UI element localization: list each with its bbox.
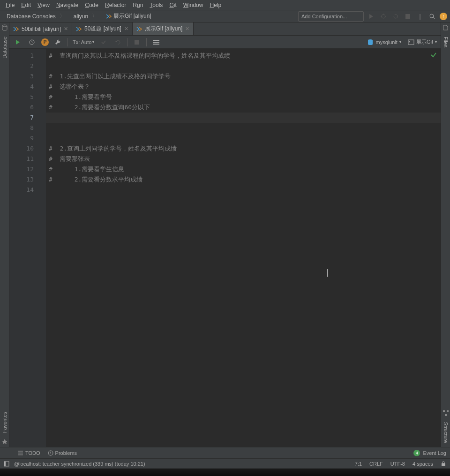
editor-tab[interactable]: 50bilibili [aliyun] ✕ [9, 23, 72, 35]
svg-rect-7 [153, 42, 159, 43]
code-line: # 2.需要看分数求平均成绩 [46, 174, 441, 185]
tab-label: 50道题 [aliyun] [84, 25, 121, 33]
code-line [46, 113, 441, 123]
rollback-icon[interactable] [113, 38, 122, 47]
run-configuration-selector[interactable]: Add Configuration... [298, 11, 364, 22]
code-line [46, 61, 441, 71]
tab-label: 50bilibili [aliyun] [22, 26, 61, 32]
line-separator[interactable]: CRLF [369, 461, 383, 467]
svg-rect-16 [4, 461, 6, 466]
menu-bar: File Edit View Navigate Code Refactor Ru… [0, 0, 450, 10]
cancel-query-icon[interactable] [132, 38, 142, 47]
stop-button[interactable] [403, 12, 412, 21]
wrench-icon[interactable] [53, 38, 63, 47]
code-line: # 2.需要看分数查询60分以下 [46, 102, 441, 113]
code-line [46, 185, 441, 195]
code-line: # 查询两门及其以上不及格课程的同学的学号，姓名及其平均成绩 [46, 51, 441, 61]
files-tool-window-button[interactable]: Files [442, 33, 450, 51]
svg-rect-6 [153, 40, 159, 41]
status-bar: @localhost: teacher synchronized (339 ms… [0, 458, 450, 468]
svg-rect-12 [447, 410, 449, 412]
svg-point-2 [430, 14, 434, 18]
status-message: @localhost: teacher synchronized (339 ms… [14, 461, 145, 467]
svg-rect-13 [445, 414, 447, 416]
breadcrumb-item[interactable]: 展示Gif [aliyun] [102, 11, 155, 21]
commit-icon[interactable] [99, 38, 108, 47]
gutter: 1234567891011121314 [9, 49, 46, 447]
code-line: # 需要那张表 [46, 154, 441, 164]
rerun-icon[interactable] [391, 12, 400, 21]
console-selector[interactable]: 展示Gif ▾ [408, 38, 437, 45]
explain-plan-icon[interactable] [151, 38, 161, 47]
code-line: # 1.需要看学号 [46, 92, 441, 102]
todo-tool-window-button[interactable]: TODO [18, 450, 40, 456]
menu-git[interactable]: Git [166, 1, 179, 9]
inspection-ok-icon[interactable] [430, 52, 437, 58]
tx-mode-selector[interactable]: Tx: Auto ▾ [73, 39, 94, 45]
menu-view[interactable]: View [35, 1, 52, 9]
editor-tab[interactable]: 展示Gif [aliyun] ✕ [133, 23, 194, 35]
code-area[interactable]: # 查询两门及其以上不及格课程的同学的学号，姓名及其平均成绩 # 1.先查出两门… [46, 49, 441, 447]
favorites-tool-window-button[interactable]: Favorites [1, 408, 8, 437]
svg-rect-5 [135, 40, 139, 45]
menu-help[interactable]: Help [207, 1, 224, 9]
svg-point-3 [2, 25, 7, 27]
left-tool-rail: Database Favorites [0, 23, 9, 447]
code-line: # 选哪个表？ [46, 82, 441, 92]
structure-tool-window-button[interactable]: Structure [442, 418, 450, 447]
problems-tool-window-button[interactable]: Problems [48, 450, 77, 456]
lock-icon[interactable] [441, 461, 446, 467]
tab-label: 展示Gif [aliyun] [145, 25, 183, 33]
menu-run[interactable]: Run [130, 1, 146, 9]
breadcrumb: Database Consoles〉 aliyun〉 展示Gif [aliyun… [3, 11, 298, 21]
svg-rect-11 [443, 410, 445, 412]
file-encoding[interactable]: UTF-8 [390, 461, 405, 467]
files-icon [442, 24, 449, 31]
close-icon[interactable]: ✕ [185, 26, 189, 32]
svg-rect-10 [408, 40, 414, 45]
event-log-button[interactable]: Event Log [423, 450, 446, 456]
os-taskbar [0, 468, 450, 476]
menu-tools[interactable]: Tools [147, 1, 165, 9]
datasource-selector[interactable]: mysqlunit ▾ [367, 39, 401, 45]
database-tool-window-button[interactable]: Database [1, 33, 8, 62]
datasource-icon [367, 39, 374, 45]
editor-tab[interactable]: 50道题 [aliyun] ✕ [72, 23, 133, 35]
event-count-badge: 4 [413, 450, 420, 456]
history-icon[interactable] [27, 38, 37, 47]
close-icon[interactable]: ✕ [124, 26, 128, 32]
indent-info[interactable]: 4 spaces [412, 461, 433, 467]
menu-edit[interactable]: Edit [18, 1, 34, 9]
bottom-tool-bar: TODO Problems 4 Event Log [0, 447, 450, 458]
svg-point-0 [382, 15, 385, 18]
breadcrumb-item[interactable]: Database Consoles〉 [3, 11, 69, 21]
menu-file[interactable]: File [3, 1, 17, 9]
menu-refactor[interactable]: Refactor [102, 1, 129, 9]
sql-file-icon [106, 14, 112, 19]
database-icon [1, 24, 8, 31]
execute-button[interactable] [13, 38, 22, 47]
code-line [46, 123, 441, 133]
debug-button[interactable] [379, 12, 388, 21]
code-editor[interactable]: 1234567891011121314 # 查询两门及其以上不及格课程的同学的学… [9, 49, 441, 447]
run-button[interactable] [367, 12, 376, 21]
svg-rect-1 [405, 14, 410, 19]
svg-rect-17 [442, 463, 445, 466]
ide-update-icon[interactable]: ↑ [440, 13, 447, 20]
code-line: # 1.需要看学生信息 [46, 164, 441, 174]
close-icon[interactable]: ✕ [64, 26, 68, 32]
menu-code[interactable]: Code [82, 1, 101, 9]
p-badge-icon[interactable]: P [41, 38, 49, 46]
sql-file-icon [136, 26, 142, 32]
star-icon [1, 438, 8, 445]
menu-window[interactable]: Window [180, 1, 206, 9]
navigation-bar: Database Consoles〉 aliyun〉 展示Gif [aliyun… [0, 10, 450, 23]
breadcrumb-item[interactable]: aliyun〉 [70, 11, 101, 21]
svg-rect-8 [153, 44, 159, 45]
tool-windows-icon[interactable] [4, 461, 9, 467]
caret-position[interactable]: 7:1 [355, 461, 362, 467]
text-cursor [327, 269, 328, 277]
search-everywhere-icon[interactable] [428, 12, 437, 21]
warning-icon [48, 450, 53, 456]
menu-navigate[interactable]: Navigate [53, 1, 81, 9]
